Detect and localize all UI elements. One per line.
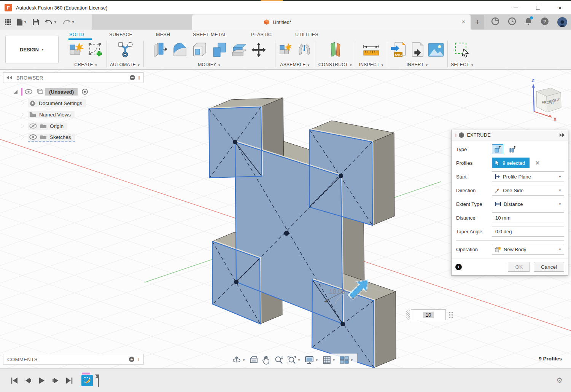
fit-caret-icon[interactable]: ▼ — [297, 359, 301, 362]
fit-view-tool[interactable]: ▼ — [287, 355, 301, 365]
browser-grip-handle[interactable]: ‖ — [138, 75, 140, 81]
browser-root-row[interactable]: (Unsaved) — [13, 86, 144, 97]
dialog-info-icon[interactable]: i — [455, 264, 462, 270]
pan-tool[interactable] — [262, 355, 270, 365]
automate-icon[interactable] — [117, 41, 134, 60]
fillet-icon[interactable] — [172, 41, 188, 60]
activate-component-icon[interactable] — [81, 88, 88, 95]
distance-float-widget[interactable]: 10 — [406, 309, 453, 320]
minimize-button[interactable] — [505, 1, 527, 14]
tab-plastic[interactable]: PLASTIC — [251, 32, 272, 37]
orbit-caret-icon[interactable]: ▼ — [242, 359, 245, 362]
expand-arrow-icon[interactable] — [21, 124, 24, 128]
press-pull-icon[interactable] — [152, 41, 169, 60]
profiles-selected-chip[interactable]: 9 selected — [492, 158, 530, 168]
job-status-clock-icon[interactable] — [508, 17, 516, 27]
split-body-icon[interactable] — [231, 41, 248, 60]
insert-derive-icon[interactable] — [409, 41, 425, 60]
design-workspace-selector[interactable]: DESIGN▼ — [5, 35, 59, 64]
browser-header[interactable]: BROWSER – ‖ — [3, 72, 144, 83]
dialog-collapse-icon[interactable] — [559, 133, 565, 137]
view-cube[interactable]: X Z FRONT RIGHT — [531, 78, 561, 122]
maximize-button[interactable] — [527, 1, 549, 14]
redo-caret-icon[interactable]: ▼ — [72, 20, 75, 24]
comments-header[interactable]: COMMENTS + ‖ — [3, 354, 144, 365]
extensions-icon[interactable] — [491, 17, 499, 27]
construction-plane-icon[interactable] — [327, 41, 344, 60]
app-grid-icon[interactable] — [5, 19, 11, 25]
browser-minimize-icon[interactable]: – — [130, 75, 135, 80]
direction-select[interactable]: One Side ▼ — [492, 185, 564, 196]
group-automate-label[interactable]: AUTOMATE ▼ — [110, 62, 140, 67]
collapse-panel-icon[interactable] — [6, 76, 13, 80]
visibility-eye-icon[interactable] — [25, 89, 32, 94]
clear-selection-icon[interactable]: ✕ — [535, 159, 540, 167]
new-component-icon[interactable] — [278, 42, 294, 59]
distance-value-input[interactable]: 10 — [411, 309, 446, 320]
distance-options-handle[interactable] — [449, 312, 453, 318]
redo-button[interactable]: ▼ — [62, 19, 75, 25]
timeline-settings-gear-icon[interactable]: ⚙ — [556, 376, 563, 385]
play-button[interactable] — [38, 377, 46, 384]
extrude-type-solid-button[interactable] — [492, 144, 503, 154]
expand-arrow-icon[interactable] — [21, 113, 24, 116]
dialog-grip-handle[interactable]: ‖ — [455, 132, 456, 138]
document-tab-close-icon[interactable]: × — [462, 19, 465, 25]
step-forward-button[interactable] — [52, 377, 59, 384]
insert-svg-icon[interactable]: SVG — [390, 41, 406, 60]
user-avatar[interactable] — [557, 17, 567, 27]
3d-viewport[interactable]: 10.00 X Z FRONT RIGHT — [0, 70, 571, 368]
tab-surface[interactable]: SURFACE — [109, 32, 132, 37]
visibility-eye-icon[interactable] — [29, 134, 37, 140]
shell-icon[interactable] — [191, 41, 208, 60]
go-to-start-button[interactable] — [11, 377, 18, 384]
browser-item-sketches[interactable]: Sketches — [21, 132, 144, 143]
insert-canvas-icon[interactable] — [428, 43, 444, 59]
close-button[interactable]: × — [549, 1, 571, 14]
expand-arrow-icon[interactable] — [21, 135, 24, 139]
display-caret-icon[interactable]: ▼ — [315, 359, 318, 362]
viewports-caret-icon[interactable]: ▼ — [350, 359, 353, 362]
ok-button[interactable]: OK — [508, 262, 530, 272]
tab-solid[interactable]: SOLID — [69, 32, 84, 37]
orbit-tool[interactable]: ▼ — [232, 355, 245, 365]
step-back-button[interactable] — [24, 377, 32, 384]
notifications-bell-icon[interactable] — [525, 17, 532, 27]
taper-angle-input[interactable]: 0.0 deg — [492, 226, 564, 237]
timeline-position-marker[interactable] — [94, 374, 100, 387]
distance-drag-grip[interactable] — [406, 309, 410, 320]
root-document-label[interactable]: (Unsaved) — [45, 88, 78, 96]
comments-grip-handle[interactable]: ‖ — [137, 357, 140, 362]
browser-item-document-settings[interactable]: Document Settings — [21, 97, 144, 109]
grid-caret-icon[interactable]: ▼ — [332, 359, 336, 362]
move-copy-icon[interactable] — [251, 42, 267, 59]
grid-settings-tool[interactable]: ▼ — [322, 355, 336, 365]
cancel-button[interactable]: Cancel — [534, 262, 564, 272]
browser-item-named-views[interactable]: Named Views — [21, 109, 144, 120]
go-to-end-button[interactable] — [65, 377, 73, 384]
expand-arrow-icon[interactable] — [21, 101, 24, 105]
new-solid-icon[interactable] — [68, 42, 84, 59]
root-expander-icon[interactable] — [13, 89, 18, 94]
operation-select[interactable]: New Body ▼ — [492, 244, 564, 255]
group-insert-label[interactable]: INSERT ▼ — [407, 62, 428, 67]
tab-sheet-metal[interactable]: SHEET METAL — [193, 32, 227, 37]
extent-type-select[interactable]: Distance ▼ — [492, 199, 564, 209]
add-comment-icon[interactable]: + — [129, 357, 134, 362]
tab-utilities[interactable]: UTILITIES — [295, 32, 318, 37]
zoom-tool[interactable] — [274, 355, 283, 365]
joint-icon[interactable] — [297, 42, 312, 59]
file-menu-button[interactable]: ▼ — [17, 18, 27, 26]
dialog-minimize-icon[interactable]: – — [459, 132, 464, 138]
undo-caret-icon[interactable]: ▼ — [54, 20, 57, 24]
extrude-type-thin-button[interactable] — [506, 144, 518, 154]
distance-input[interactable]: 10 mm — [492, 212, 564, 223]
display-settings-tool[interactable]: ▼ — [304, 355, 318, 365]
new-tab-button[interactable]: + — [471, 15, 484, 29]
look-at-tool[interactable] — [249, 356, 258, 364]
start-select[interactable]: Profile Plane ▼ — [492, 171, 564, 182]
combine-icon[interactable] — [211, 41, 228, 60]
document-tab[interactable]: Untitled* × — [192, 14, 471, 30]
measure-icon[interactable] — [361, 42, 381, 59]
select-icon[interactable] — [454, 41, 471, 60]
